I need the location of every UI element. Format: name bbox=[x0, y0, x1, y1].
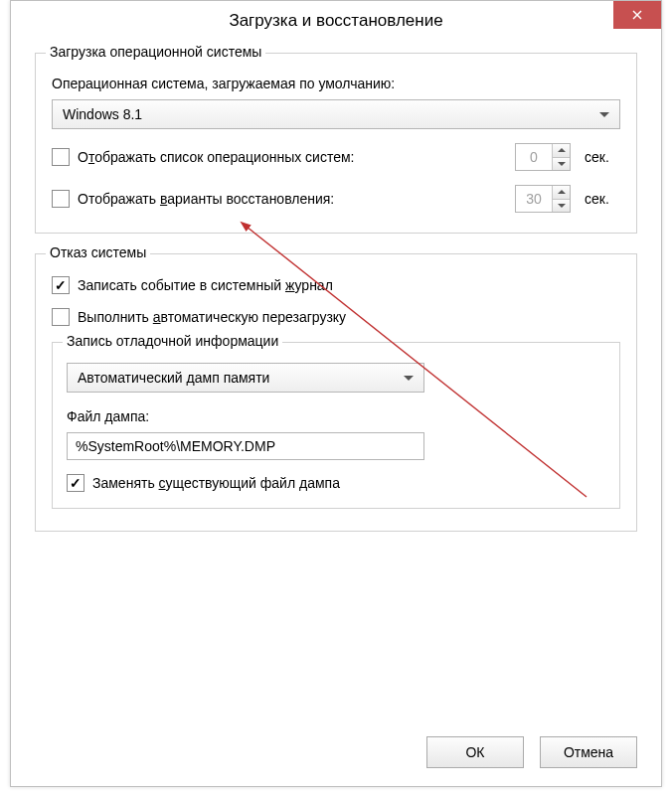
dump-file-label: Файл дампа: bbox=[67, 408, 605, 424]
chevron-down-icon bbox=[558, 162, 566, 166]
write-event-checkbox[interactable] bbox=[52, 276, 70, 294]
write-event-label[interactable]: Записать событие в системный журнал bbox=[78, 277, 620, 293]
cancel-button[interactable]: Отмена bbox=[540, 736, 637, 768]
failure-group: Отказ системы Записать событие в системн… bbox=[35, 253, 637, 532]
auto-restart-checkbox[interactable] bbox=[52, 308, 70, 326]
show-recovery-label[interactable]: Отображать варианты восстановления: bbox=[78, 191, 507, 207]
chevron-down-icon bbox=[599, 112, 609, 117]
spinner-up[interactable] bbox=[553, 186, 570, 199]
boot-group: Загрузка операционной системы Операционн… bbox=[35, 53, 637, 234]
spinner-up[interactable] bbox=[553, 144, 570, 157]
show-recovery-row: Отображать варианты восстановления: 30 с… bbox=[52, 185, 620, 213]
default-os-combo[interactable]: Windows 8.1 bbox=[52, 99, 620, 129]
failure-group-title: Отказ системы bbox=[46, 244, 150, 260]
titlebar: Загрузка и восстановление bbox=[11, 1, 661, 41]
chevron-up-icon bbox=[558, 190, 566, 194]
auto-restart-label[interactable]: Выполнить автоматическую перезагрузку bbox=[78, 309, 620, 325]
chevron-down-icon bbox=[558, 204, 566, 208]
auto-restart-row: Выполнить автоматическую перезагрузку bbox=[52, 308, 620, 326]
chevron-up-icon bbox=[558, 148, 566, 152]
default-os-label: Операционная система, загружаемая по умо… bbox=[52, 76, 620, 91]
overwrite-row: Заменять существующий файл дампа bbox=[67, 474, 605, 492]
dump-type-combo[interactable]: Автоматический дамп памяти bbox=[67, 363, 424, 393]
spinner-down[interactable] bbox=[553, 157, 570, 171]
overwrite-checkbox[interactable] bbox=[67, 474, 84, 492]
show-os-list-checkbox[interactable] bbox=[52, 148, 70, 166]
spinner-buttons bbox=[552, 186, 570, 212]
debug-info-group: Запись отладочной информации Автоматичес… bbox=[52, 342, 620, 509]
recovery-seconds-value: 30 bbox=[516, 186, 552, 212]
boot-group-title: Загрузка операционной системы bbox=[46, 44, 265, 60]
default-os-value: Windows 8.1 bbox=[63, 106, 142, 122]
dump-type-value: Автоматический дамп памяти bbox=[78, 370, 269, 386]
dialog-window: Загрузка и восстановление Загрузка опера… bbox=[10, 0, 662, 787]
dump-file-input[interactable]: %SystemRoot%\MEMORY.DMP bbox=[67, 432, 424, 460]
dialog-body: Загрузка операционной системы Операционн… bbox=[11, 41, 661, 567]
window-title: Загрузка и восстановление bbox=[229, 11, 442, 31]
os-list-seconds-spinner[interactable]: 0 bbox=[515, 143, 571, 171]
show-recovery-checkbox[interactable] bbox=[52, 190, 70, 208]
dump-file-value: %SystemRoot%\MEMORY.DMP bbox=[76, 438, 275, 454]
show-os-list-label[interactable]: Отображать список операционных систем: bbox=[78, 149, 507, 165]
show-os-list-row: Отображать список операционных систем: 0… bbox=[52, 143, 620, 171]
recovery-seconds-spinner[interactable]: 30 bbox=[515, 185, 571, 213]
dialog-footer: ОК Отмена bbox=[426, 736, 637, 768]
ok-button[interactable]: ОК bbox=[426, 736, 524, 768]
debug-info-title: Запись отладочной информации bbox=[63, 333, 282, 349]
spinner-down[interactable] bbox=[553, 199, 570, 213]
close-button[interactable] bbox=[613, 1, 661, 29]
write-event-row: Записать событие в системный журнал bbox=[52, 276, 620, 294]
spinner-buttons bbox=[552, 144, 570, 170]
chevron-down-icon bbox=[404, 376, 414, 381]
seconds-unit: сек. bbox=[585, 191, 620, 207]
close-icon bbox=[632, 10, 642, 20]
seconds-unit: сек. bbox=[585, 149, 620, 165]
os-list-seconds-value: 0 bbox=[516, 144, 552, 170]
overwrite-label[interactable]: Заменять существующий файл дампа bbox=[92, 475, 605, 491]
